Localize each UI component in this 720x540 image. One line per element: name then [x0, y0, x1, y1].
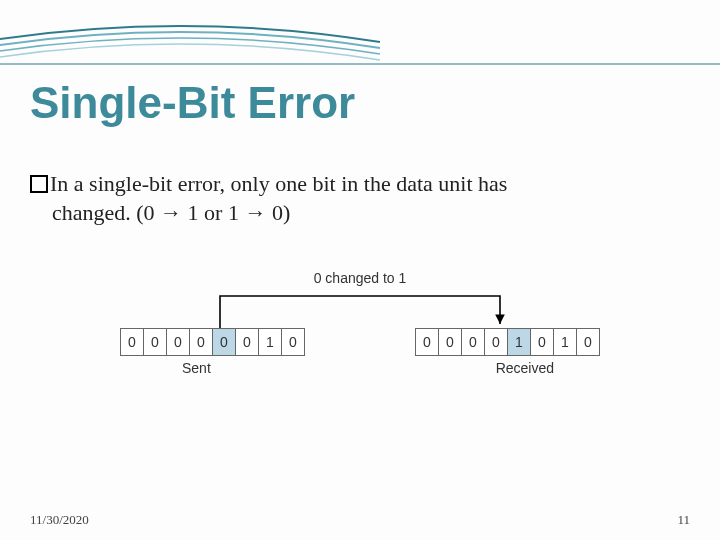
- recv-bit: 0: [462, 329, 485, 355]
- change-arrow: [120, 284, 600, 334]
- recv-bit: 0: [416, 329, 439, 355]
- sent-bit-changed: 0: [213, 329, 236, 355]
- body-line-2: changed. (0 → 1 or 1 → 0): [30, 200, 290, 225]
- body-line-1: In a single-bit error, only one bit in t…: [50, 171, 507, 196]
- footer-date: 11/30/2020: [30, 512, 89, 528]
- sent-bit: 0: [144, 329, 167, 355]
- received-label: Received: [496, 360, 554, 376]
- slide-decoration: [0, 0, 720, 70]
- recv-bit: 0: [577, 329, 599, 355]
- footer-page: 11: [677, 512, 690, 528]
- received-word: 0 0 0 0 1 0 1 0: [415, 328, 600, 356]
- recv-bit: 0: [531, 329, 554, 355]
- sent-bit: 0: [121, 329, 144, 355]
- sent-label: Sent: [182, 360, 211, 376]
- body-text: In a single-bit error, only one bit in t…: [30, 170, 690, 227]
- sent-bit: 0: [236, 329, 259, 355]
- recv-bit-changed: 1: [508, 329, 531, 355]
- bullet-icon: [30, 175, 48, 193]
- sent-bit: 1: [259, 329, 282, 355]
- sent-word: 0 0 0 0 0 0 1 0: [120, 328, 305, 356]
- sent-bit: 0: [190, 329, 213, 355]
- slide-title: Single-Bit Error: [30, 78, 355, 128]
- sent-bit: 0: [282, 329, 304, 355]
- recv-bit: 0: [485, 329, 508, 355]
- recv-bit: 0: [439, 329, 462, 355]
- recv-bit: 1: [554, 329, 577, 355]
- sent-bit: 0: [167, 329, 190, 355]
